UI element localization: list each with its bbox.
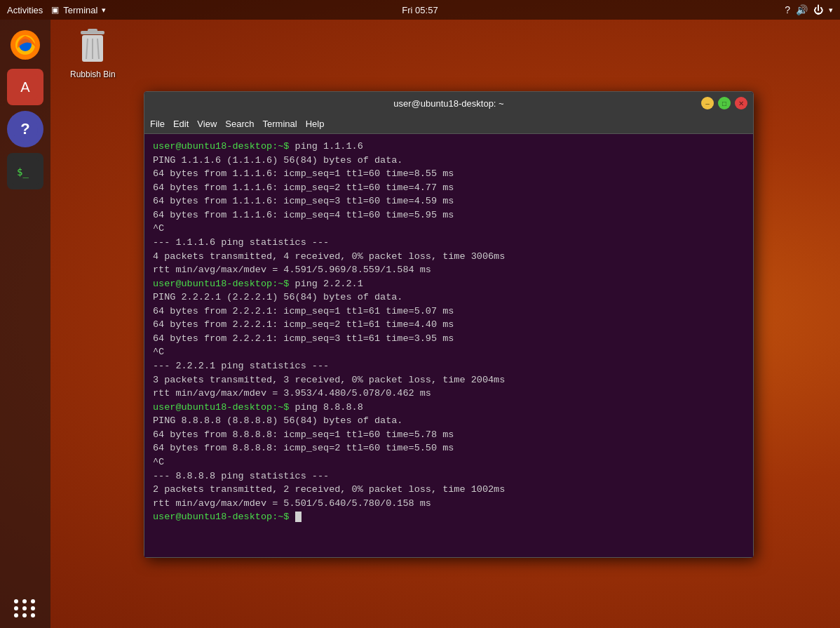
terminal-window: user@ubuntu18-desktop: ~ – □ ✕ File Edit…: [144, 91, 754, 558]
dock-item-firefox[interactable]: [7, 27, 43, 63]
minimize-button[interactable]: –: [701, 97, 714, 109]
svg-rect-10: [88, 29, 97, 32]
dock-item-software-center[interactable]: A: [7, 69, 43, 105]
power-arrow-icon[interactable]: ▾: [829, 6, 833, 15]
maximize-button[interactable]: □: [718, 97, 731, 109]
close-button[interactable]: ✕: [735, 97, 747, 109]
terminal-menu-button[interactable]: ▣ Terminal ▾: [51, 5, 106, 15]
menu-file[interactable]: File: [150, 119, 165, 129]
clock: Fri 05:57: [402, 5, 438, 15]
dock-apps-grid-button[interactable]: [14, 599, 36, 617]
terminal-menubar: File Edit View Search Terminal Help: [144, 114, 753, 134]
svg-text:?: ?: [20, 120, 29, 138]
dock-item-terminal[interactable]: $_: [7, 153, 43, 189]
power-icon[interactable]: ⏻: [813, 4, 823, 15]
desktop: Activities ▣ Terminal ▾ Fri 05:57 ? 🔊 ⏻ …: [0, 0, 840, 628]
menu-terminal[interactable]: Terminal: [263, 119, 297, 129]
dock-item-help[interactable]: ?: [7, 111, 43, 147]
menu-view[interactable]: View: [197, 119, 217, 129]
activities-button[interactable]: Activities: [7, 5, 43, 15]
menu-edit[interactable]: Edit: [173, 119, 189, 129]
terminal-titlebar: user@ubuntu18-desktop: ~ – □ ✕: [144, 92, 753, 114]
topbar: Activities ▣ Terminal ▾ Fri 05:57 ? 🔊 ⏻ …: [0, 0, 840, 20]
window-controls: – □ ✕: [701, 97, 747, 109]
terminal-content[interactable]: user@ubuntu18-desktop:~$ ping 1.1.1.6PIN…: [144, 134, 753, 557]
menu-help[interactable]: Help: [306, 119, 325, 129]
rubbish-bin[interactable]: Rubbish Bin: [70, 28, 116, 79]
svg-text:A: A: [20, 79, 30, 95]
rubbish-bin-label: Rubbish Bin: [70, 69, 116, 79]
terminal-title: user@ubuntu18-desktop: ~: [393, 98, 503, 109]
menu-search[interactable]: Search: [225, 119, 254, 129]
svg-text:$_: $_: [17, 166, 29, 178]
volume-icon[interactable]: 🔊: [796, 4, 808, 15]
dock: A ? $_: [0, 20, 50, 628]
help-topbar-icon[interactable]: ?: [785, 4, 790, 15]
